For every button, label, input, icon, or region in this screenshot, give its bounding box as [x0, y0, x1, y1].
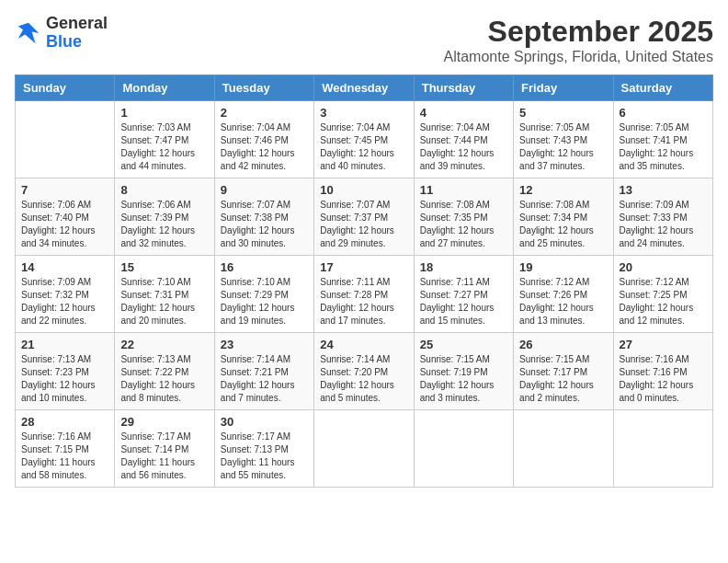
day-info: Sunrise: 7:12 AM Sunset: 7:26 PM Dayligh…	[519, 276, 607, 327]
day-number: 30	[221, 415, 308, 429]
calendar-cell: 20Sunrise: 7:12 AM Sunset: 7:25 PM Dayli…	[613, 256, 712, 333]
weekday-header: Saturday	[613, 75, 712, 101]
logo-blue: Blue	[46, 32, 82, 51]
day-info: Sunrise: 7:17 AM Sunset: 7:14 PM Dayligh…	[120, 431, 208, 482]
day-number: 26	[519, 338, 607, 351]
calendar-cell: 15Sunrise: 7:10 AM Sunset: 7:31 PM Dayli…	[115, 256, 214, 333]
calendar-cell: 8Sunrise: 7:06 AM Sunset: 7:39 PM Daylig…	[115, 178, 214, 256]
day-info: Sunrise: 7:10 AM Sunset: 7:29 PM Dayligh…	[221, 276, 308, 327]
location-title: Altamonte Springs, Florida, United State…	[444, 49, 713, 65]
day-info: Sunrise: 7:16 AM Sunset: 7:16 PM Dayligh…	[620, 353, 707, 405]
day-number: 19	[519, 260, 607, 274]
day-info: Sunrise: 7:03 AM Sunset: 7:47 PM Dayligh…	[120, 121, 208, 173]
day-info: Sunrise: 7:17 AM Sunset: 7:13 PM Dayligh…	[221, 431, 308, 482]
calendar-cell: 3Sunrise: 7:04 AM Sunset: 7:45 PM Daylig…	[314, 101, 414, 178]
day-info: Sunrise: 7:11 AM Sunset: 7:28 PM Dayligh…	[320, 276, 407, 327]
day-number: 3	[320, 106, 407, 120]
calendar-cell: 30Sunrise: 7:17 AM Sunset: 7:13 PM Dayli…	[214, 410, 313, 488]
calendar-week-row: 28Sunrise: 7:16 AM Sunset: 7:15 PM Dayli…	[16, 410, 713, 488]
day-info: Sunrise: 7:05 AM Sunset: 7:41 PM Dayligh…	[620, 121, 707, 173]
month-title: September 2025	[444, 15, 713, 49]
calendar-cell: 23Sunrise: 7:14 AM Sunset: 7:21 PM Dayli…	[214, 333, 313, 410]
calendar-cell: 25Sunrise: 7:15 AM Sunset: 7:19 PM Dayli…	[414, 333, 513, 410]
weekday-header: Tuesday	[214, 75, 313, 101]
day-info: Sunrise: 7:16 AM Sunset: 7:15 PM Dayligh…	[21, 431, 108, 482]
day-number: 23	[221, 338, 308, 351]
logo: General Blue	[15, 15, 108, 52]
calendar-cell: 5Sunrise: 7:05 AM Sunset: 7:43 PM Daylig…	[514, 101, 613, 178]
calendar-cell: 18Sunrise: 7:11 AM Sunset: 7:27 PM Dayli…	[414, 256, 513, 333]
day-number: 16	[221, 260, 308, 274]
day-number: 28	[21, 415, 108, 429]
day-number: 6	[620, 106, 707, 120]
calendar-week-row: 7Sunrise: 7:06 AM Sunset: 7:40 PM Daylig…	[16, 178, 713, 256]
day-info: Sunrise: 7:15 AM Sunset: 7:19 PM Dayligh…	[420, 353, 507, 405]
day-info: Sunrise: 7:09 AM Sunset: 7:33 PM Dayligh…	[620, 199, 707, 250]
calendar-cell: 27Sunrise: 7:16 AM Sunset: 7:16 PM Dayli…	[613, 333, 712, 410]
day-info: Sunrise: 7:07 AM Sunset: 7:38 PM Dayligh…	[221, 199, 308, 250]
day-number: 12	[519, 183, 607, 197]
day-number: 24	[320, 338, 407, 351]
weekday-header: Friday	[514, 75, 613, 101]
day-info: Sunrise: 7:14 AM Sunset: 7:20 PM Dayligh…	[320, 353, 407, 405]
day-number: 18	[420, 260, 507, 274]
weekday-header: Wednesday	[314, 75, 414, 101]
day-info: Sunrise: 7:11 AM Sunset: 7:27 PM Dayligh…	[420, 276, 507, 327]
day-number: 1	[120, 106, 208, 120]
calendar-cell: 7Sunrise: 7:06 AM Sunset: 7:40 PM Daylig…	[16, 178, 115, 256]
day-number: 2	[221, 106, 308, 120]
day-number: 22	[120, 338, 208, 351]
day-number: 17	[320, 260, 407, 274]
day-number: 4	[420, 106, 507, 120]
svg-marker-0	[18, 23, 40, 44]
day-info: Sunrise: 7:06 AM Sunset: 7:40 PM Dayligh…	[21, 199, 108, 250]
calendar-cell: 9Sunrise: 7:07 AM Sunset: 7:38 PM Daylig…	[214, 178, 313, 256]
calendar-cell: 1Sunrise: 7:03 AM Sunset: 7:47 PM Daylig…	[115, 101, 214, 178]
day-number: 11	[420, 183, 507, 197]
calendar-week-row: 14Sunrise: 7:09 AM Sunset: 7:32 PM Dayli…	[16, 256, 713, 333]
day-info: Sunrise: 7:04 AM Sunset: 7:45 PM Dayligh…	[320, 121, 407, 173]
weekday-header: Sunday	[16, 75, 115, 101]
calendar-cell	[314, 410, 414, 488]
title-area: September 2025 Altamonte Springs, Florid…	[444, 15, 713, 65]
day-info: Sunrise: 7:13 AM Sunset: 7:22 PM Dayligh…	[120, 353, 208, 405]
page-header: General Blue September 2025 Altamonte Sp…	[15, 15, 713, 65]
calendar-cell: 13Sunrise: 7:09 AM Sunset: 7:33 PM Dayli…	[613, 178, 712, 256]
day-number: 9	[221, 183, 308, 197]
calendar-cell: 4Sunrise: 7:04 AM Sunset: 7:44 PM Daylig…	[414, 101, 513, 178]
logo-text: General Blue	[46, 15, 108, 52]
day-number: 25	[420, 338, 507, 351]
calendar-cell: 19Sunrise: 7:12 AM Sunset: 7:26 PM Dayli…	[514, 256, 613, 333]
logo-general: General	[46, 14, 108, 32]
day-number: 13	[620, 183, 707, 197]
day-info: Sunrise: 7:04 AM Sunset: 7:44 PM Dayligh…	[420, 121, 507, 173]
calendar-cell: 29Sunrise: 7:17 AM Sunset: 7:14 PM Dayli…	[115, 410, 214, 488]
day-number: 20	[620, 260, 707, 274]
calendar-cell: 2Sunrise: 7:04 AM Sunset: 7:46 PM Daylig…	[214, 101, 313, 178]
day-number: 21	[21, 338, 108, 351]
day-info: Sunrise: 7:12 AM Sunset: 7:25 PM Dayligh…	[620, 276, 707, 327]
day-number: 15	[120, 260, 208, 274]
calendar-cell: 10Sunrise: 7:07 AM Sunset: 7:37 PM Dayli…	[314, 178, 414, 256]
calendar-cell: 22Sunrise: 7:13 AM Sunset: 7:22 PM Dayli…	[115, 333, 214, 410]
day-info: Sunrise: 7:04 AM Sunset: 7:46 PM Dayligh…	[221, 121, 308, 173]
weekday-header: Thursday	[414, 75, 513, 101]
day-info: Sunrise: 7:15 AM Sunset: 7:17 PM Dayligh…	[519, 353, 607, 405]
day-info: Sunrise: 7:06 AM Sunset: 7:39 PM Dayligh…	[120, 199, 208, 250]
calendar-cell: 16Sunrise: 7:10 AM Sunset: 7:29 PM Dayli…	[214, 256, 313, 333]
day-info: Sunrise: 7:07 AM Sunset: 7:37 PM Dayligh…	[320, 199, 407, 250]
weekday-header: Monday	[115, 75, 214, 101]
calendar-table: SundayMondayTuesdayWednesdayThursdayFrid…	[15, 75, 713, 488]
calendar-cell: 11Sunrise: 7:08 AM Sunset: 7:35 PM Dayli…	[414, 178, 513, 256]
calendar-cell	[16, 101, 115, 178]
day-info: Sunrise: 7:13 AM Sunset: 7:23 PM Dayligh…	[21, 353, 108, 405]
calendar-cell: 14Sunrise: 7:09 AM Sunset: 7:32 PM Dayli…	[16, 256, 115, 333]
day-number: 14	[21, 260, 108, 274]
day-info: Sunrise: 7:05 AM Sunset: 7:43 PM Dayligh…	[519, 121, 607, 173]
calendar-cell	[613, 410, 712, 488]
calendar-cell: 17Sunrise: 7:11 AM Sunset: 7:28 PM Dayli…	[314, 256, 414, 333]
day-info: Sunrise: 7:09 AM Sunset: 7:32 PM Dayligh…	[21, 276, 108, 327]
calendar-cell	[514, 410, 613, 488]
calendar-cell: 24Sunrise: 7:14 AM Sunset: 7:20 PM Dayli…	[314, 333, 414, 410]
day-number: 10	[320, 183, 407, 197]
